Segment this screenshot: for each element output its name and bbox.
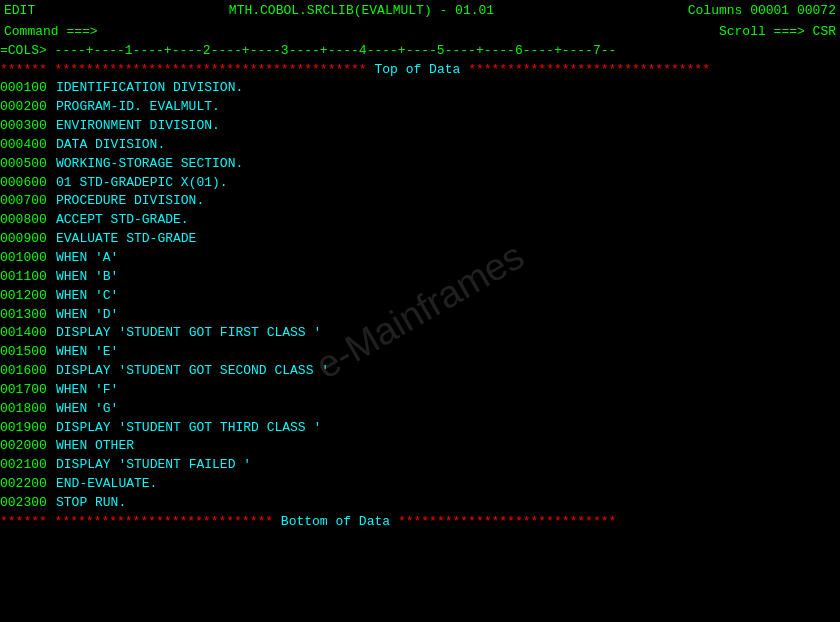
table-row: 001100 WHEN 'B' [0,268,840,287]
table-row: 001500 WHEN 'E' [0,343,840,362]
line-number: 000500 [0,155,56,174]
code-content: WORKING-STORAGE SECTION. [56,155,243,174]
line-number: 001200 [0,287,56,306]
line-number: 000300 [0,117,56,136]
line-number: 000600 [0,174,56,193]
table-row: 001800 WHEN 'G' [0,400,840,419]
table-row: 002200 END-EVALUATE. [0,475,840,494]
scroll-label: Scroll ===> CSR [719,23,836,42]
line-number: 001400 [0,324,56,343]
line-number: 000700 [0,192,56,211]
table-row: 001600 DISPLAY 'STUDENT GOT SECOND CLASS… [0,362,840,381]
code-content: END-EVALUATE. [56,475,157,494]
line-number: 001300 [0,306,56,325]
line-number: 000200 [0,98,56,117]
table-row: 002100 DISPLAY 'STUDENT FAILED ' [0,456,840,475]
line-number: 001100 [0,268,56,287]
header-line1: EDIT MTH.COBOL.SRCLIB(EVALMULT) - 01.01 … [0,0,840,23]
code-content: 01 STD-GRADE [56,174,150,193]
table-row: 000200 PROGRAM-ID. EVALMULT. [0,98,840,117]
table-row: 000500 WORKING-STORAGE SECTION. [0,155,840,174]
table-row: 001300 WHEN 'D' [0,306,840,325]
table-row: 000600 01 STD-GRADE PIC X(01). [0,174,840,193]
code-content: ENVIRONMENT DIVISION. [56,117,220,136]
code-content: WHEN 'C' [56,287,118,306]
code-content: WHEN 'G' [56,400,118,419]
line-number: 001500 [0,343,56,362]
code-content: PROCEDURE DIVISION. [56,192,204,211]
code-content: WHEN OTHER [56,437,134,456]
code-content: ACCEPT STD-GRADE. [56,211,189,230]
header-line2: Command ===> Scroll ===> CSR [0,23,840,42]
line-number: 000900 [0,230,56,249]
table-row: 001000 WHEN 'A' [0,249,840,268]
code-content: DISPLAY 'STUDENT GOT FIRST CLASS ' [56,324,321,343]
line-number: 000800 [0,211,56,230]
top-stars-right: ******************************* [468,62,710,77]
line-number: 001700 [0,381,56,400]
code-content: WHEN 'F' [56,381,118,400]
line-number: 000400 [0,136,56,155]
code-content: STOP RUN. [56,494,126,513]
table-row: 001900 DISPLAY 'STUDENT GOT THIRD CLASS … [0,419,840,438]
table-row: 000100 IDENTIFICATION DIVISION. [0,79,840,98]
top-of-data-line: ****** *********************************… [0,61,840,80]
line-number: 002300 [0,494,56,513]
table-row: 000800 ACCEPT STD-GRADE. [0,211,840,230]
code-content: DISPLAY 'STUDENT GOT SECOND CLASS ' [56,362,329,381]
line-number: 002000 [0,437,56,456]
table-row: 001700 WHEN 'F' [0,381,840,400]
cols-ruler: =COLS> ----+----1----+----2----+----3---… [0,42,840,61]
line-number: 000100 [0,79,56,98]
code-content: WHEN 'B' [56,268,118,287]
top-stars-left: ****** *********************************… [0,62,367,77]
code-content: IDENTIFICATION DIVISION. [56,79,243,98]
line-number: 002100 [0,456,56,475]
line-number: 002200 [0,475,56,494]
table-row: 001400 DISPLAY 'STUDENT GOT FIRST CLASS … [0,324,840,343]
code-content: EVALUATE STD-GRADE [56,230,196,249]
line-number: 001800 [0,400,56,419]
code-content: PROGRAM-ID. EVALMULT. [56,98,220,117]
line-number: 001900 [0,419,56,438]
table-row: 000700 PROCEDURE DIVISION. [0,192,840,211]
table-row: 001200 WHEN 'C' [0,287,840,306]
bottom-stars-right: **************************** [398,514,616,529]
code-content: DATA DIVISION. [56,136,165,155]
table-row: 000400 DATA DIVISION. [0,136,840,155]
edit-label: EDIT [4,2,35,21]
table-row: 002000 WHEN OTHER [0,437,840,456]
code-content: DISPLAY 'STUDENT FAILED ' [56,456,251,475]
table-row: 000900 EVALUATE STD-GRADE [0,230,840,249]
table-row: 002300 STOP RUN. [0,494,840,513]
bottom-of-data-line: ****** **************************** Bott… [0,513,840,532]
bottom-stars-left: ****** **************************** [0,514,273,529]
columns-info: Columns 00001 00072 [688,2,836,21]
code-content: WHEN 'E' [56,343,118,362]
code-content: WHEN 'A' [56,249,118,268]
line-number: 001000 [0,249,56,268]
screen: e-Mainframes EDIT MTH.COBOL.SRCLIB(EVALM… [0,0,840,622]
code-area: 000100 IDENTIFICATION DIVISION. 000200 P… [0,79,840,512]
code-content: WHEN 'D' [56,306,118,325]
code-content: DISPLAY 'STUDENT GOT THIRD CLASS ' [56,419,321,438]
table-row: 000300 ENVIRONMENT DIVISION. [0,117,840,136]
file-name: MTH.COBOL.SRCLIB(EVALMULT) - 01.01 [229,2,494,21]
command-label[interactable]: Command ===> [4,23,98,42]
line-number: 001600 [0,362,56,381]
